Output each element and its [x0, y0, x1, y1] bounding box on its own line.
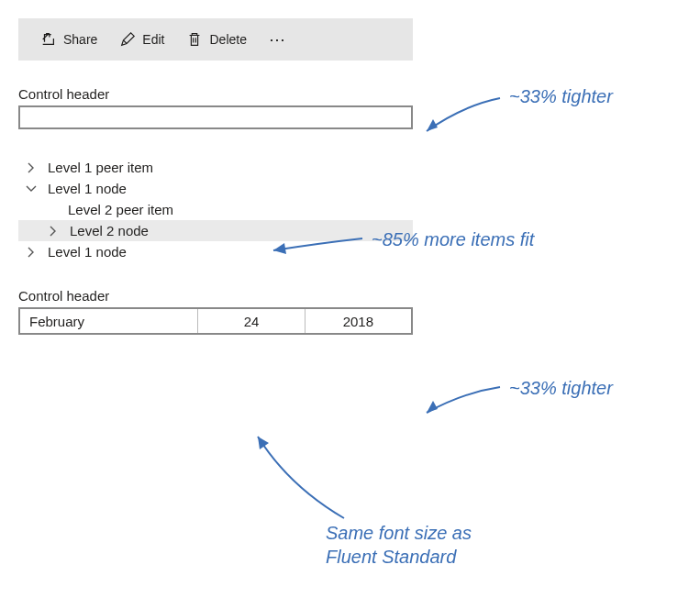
chevron-down-icon — [24, 183, 39, 194]
delete-button[interactable]: Delete — [177, 28, 255, 51]
svg-marker-0 — [427, 119, 438, 131]
command-bar: Share Edit Delete ⋯ — [18, 18, 413, 61]
edit-button[interactable]: Edit — [110, 28, 173, 51]
share-button[interactable]: Share — [31, 28, 106, 51]
textbox-control: Control header — [18, 86, 413, 129]
svg-marker-3 — [258, 437, 269, 449]
overflow-button[interactable]: ⋯ — [260, 26, 296, 53]
annotation-arrow-icon — [417, 385, 509, 422]
chevron-right-icon — [24, 162, 39, 173]
svg-marker-1 — [273, 243, 286, 254]
annotation-text: ~33% tighter — [509, 84, 613, 108]
date-month-segment[interactable]: February — [20, 309, 198, 333]
tree-item-label: Level 1 node — [48, 181, 127, 196]
tree-item-label: Level 1 peer item — [48, 160, 153, 175]
delete-icon — [186, 31, 203, 48]
tree-item[interactable]: Level 1 node — [18, 178, 413, 199]
chevron-right-icon — [24, 247, 39, 258]
annotation-text: ~85% more items fit — [372, 227, 534, 251]
delete-label: Delete — [209, 32, 246, 47]
textbox-header: Control header — [18, 86, 413, 102]
edit-label: Edit — [142, 32, 164, 47]
annotation-arrow-icon — [266, 234, 367, 261]
datepicker-control: Control header February 24 2018 — [18, 288, 413, 335]
svg-marker-2 — [427, 401, 438, 413]
date-year-segment[interactable]: 2018 — [306, 309, 411, 333]
chevron-right-icon — [46, 226, 61, 237]
tree-item[interactable]: Level 2 peer item — [18, 199, 413, 220]
tree-item-label: Level 1 node — [48, 244, 127, 260]
annotation-text: Same font size as Fluent Standard — [326, 521, 528, 569]
share-label: Share — [63, 32, 97, 47]
edit-icon — [119, 31, 136, 48]
textbox-input[interactable] — [18, 105, 413, 129]
tree-item-label: Level 2 peer item — [68, 202, 173, 217]
annotation-arrow-icon — [252, 431, 381, 523]
annotation-arrow-icon — [417, 96, 509, 142]
share-icon — [40, 31, 57, 48]
overflow-label: ⋯ — [269, 30, 287, 49]
annotation-text: ~33% tighter — [509, 376, 613, 400]
datepicker-header: Control header — [18, 288, 413, 304]
tree-item[interactable]: Level 1 peer item — [18, 157, 413, 178]
tree-item-label: Level 2 node — [70, 223, 149, 238]
date-picker[interactable]: February 24 2018 — [18, 307, 413, 335]
date-day-segment[interactable]: 24 — [198, 309, 305, 333]
